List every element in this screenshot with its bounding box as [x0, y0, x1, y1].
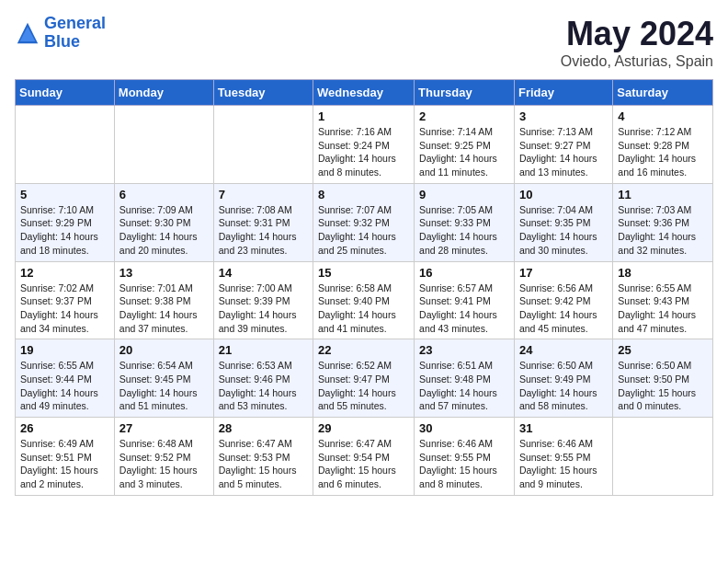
- day-info: Sunrise: 7:07 AM Sunset: 9:32 PM Dayligh…: [318, 203, 409, 258]
- day-info: Sunrise: 6:47 AM Sunset: 9:53 PM Dayligh…: [219, 437, 308, 491]
- calendar-cell: 11Sunrise: 7:03 AM Sunset: 9:36 PM Dayli…: [613, 183, 713, 261]
- day-info: Sunrise: 6:55 AM Sunset: 9:43 PM Dayligh…: [618, 282, 708, 336]
- day-info: Sunrise: 7:01 AM Sunset: 9:38 PM Dayligh…: [119, 282, 209, 336]
- calendar-cell: 1Sunrise: 7:16 AM Sunset: 9:24 PM Daylig…: [313, 106, 415, 184]
- calendar-table: Sunday Monday Tuesday Wednesday Thursday…: [15, 79, 713, 496]
- calendar-cell: 7Sunrise: 7:08 AM Sunset: 9:31 PM Daylig…: [213, 183, 313, 261]
- calendar-cell: 3Sunrise: 7:13 AM Sunset: 9:27 PM Daylig…: [514, 106, 612, 184]
- week-row-5: 26Sunrise: 6:49 AM Sunset: 9:51 PM Dayli…: [16, 418, 713, 496]
- day-info: Sunrise: 7:05 AM Sunset: 9:33 PM Dayligh…: [419, 203, 509, 258]
- calendar-cell: 30Sunrise: 6:46 AM Sunset: 9:55 PM Dayli…: [415, 418, 515, 496]
- day-info: Sunrise: 7:02 AM Sunset: 9:37 PM Dayligh…: [20, 282, 109, 336]
- month-title: May 2024: [561, 15, 713, 53]
- week-row-2: 5Sunrise: 7:10 AM Sunset: 9:29 PM Daylig…: [16, 183, 713, 261]
- day-number: 15: [318, 266, 409, 280]
- day-info: Sunrise: 6:56 AM Sunset: 9:42 PM Dayligh…: [519, 282, 608, 336]
- day-info: Sunrise: 7:16 AM Sunset: 9:24 PM Dayligh…: [318, 125, 409, 179]
- day-number: 9: [419, 188, 509, 201]
- header-tuesday: Tuesday: [213, 80, 313, 106]
- calendar-cell: 17Sunrise: 6:56 AM Sunset: 9:42 PM Dayli…: [514, 261, 612, 339]
- day-info: Sunrise: 6:47 AM Sunset: 9:54 PM Dayligh…: [318, 437, 409, 491]
- day-number: 11: [618, 188, 708, 201]
- calendar-cell: 12Sunrise: 7:02 AM Sunset: 9:37 PM Dayli…: [16, 261, 115, 339]
- page-header: GeneralBlue May 2024 Oviedo, Asturias, S…: [15, 15, 713, 70]
- day-number: 28: [219, 421, 308, 435]
- day-number: 3: [519, 109, 608, 123]
- day-info: Sunrise: 6:57 AM Sunset: 9:41 PM Dayligh…: [419, 282, 509, 336]
- day-info: Sunrise: 7:08 AM Sunset: 9:31 PM Dayligh…: [219, 203, 308, 258]
- title-block: May 2024 Oviedo, Asturias, Spain: [561, 15, 713, 70]
- calendar-cell: 13Sunrise: 7:01 AM Sunset: 9:38 PM Dayli…: [114, 261, 213, 339]
- week-row-4: 19Sunrise: 6:55 AM Sunset: 9:44 PM Dayli…: [16, 339, 713, 418]
- calendar-cell: 8Sunrise: 7:07 AM Sunset: 9:32 PM Daylig…: [313, 183, 415, 261]
- day-info: Sunrise: 7:04 AM Sunset: 9:35 PM Dayligh…: [519, 203, 608, 258]
- day-number: 27: [119, 421, 209, 435]
- calendar-cell: 29Sunrise: 6:47 AM Sunset: 9:54 PM Dayli…: [313, 418, 415, 496]
- day-info: Sunrise: 6:58 AM Sunset: 9:40 PM Dayligh…: [318, 282, 409, 336]
- day-number: 22: [318, 343, 409, 357]
- calendar-cell: 22Sunrise: 6:52 AM Sunset: 9:47 PM Dayli…: [313, 339, 415, 418]
- calendar-cell: [114, 106, 213, 184]
- day-number: 10: [519, 188, 608, 201]
- calendar-cell: 18Sunrise: 6:55 AM Sunset: 9:43 PM Dayli…: [613, 261, 713, 339]
- calendar-cell: [613, 418, 713, 496]
- day-info: Sunrise: 6:54 AM Sunset: 9:45 PM Dayligh…: [119, 359, 209, 413]
- logo-text: GeneralBlue: [44, 15, 106, 52]
- logo: GeneralBlue: [15, 15, 106, 52]
- calendar-cell: 21Sunrise: 6:53 AM Sunset: 9:46 PM Dayli…: [213, 339, 313, 418]
- day-info: Sunrise: 6:50 AM Sunset: 9:49 PM Dayligh…: [519, 359, 608, 413]
- day-number: 1: [318, 109, 409, 123]
- day-number: 30: [419, 421, 509, 435]
- day-info: Sunrise: 6:51 AM Sunset: 9:48 PM Dayligh…: [419, 359, 509, 413]
- header-monday: Monday: [114, 80, 213, 106]
- calendar-cell: [16, 106, 115, 184]
- calendar-cell: 25Sunrise: 6:50 AM Sunset: 9:50 PM Dayli…: [613, 339, 713, 418]
- week-row-3: 12Sunrise: 7:02 AM Sunset: 9:37 PM Dayli…: [16, 261, 713, 339]
- day-number: 7: [219, 188, 308, 201]
- day-info: Sunrise: 7:10 AM Sunset: 9:29 PM Dayligh…: [20, 203, 109, 258]
- day-number: 17: [519, 266, 608, 280]
- day-number: 26: [20, 421, 109, 435]
- location-title: Oviedo, Asturias, Spain: [561, 53, 713, 70]
- calendar-cell: 19Sunrise: 6:55 AM Sunset: 9:44 PM Dayli…: [16, 339, 115, 418]
- calendar-cell: 15Sunrise: 6:58 AM Sunset: 9:40 PM Dayli…: [313, 261, 415, 339]
- weekday-header-row: Sunday Monday Tuesday Wednesday Thursday…: [16, 80, 713, 106]
- day-info: Sunrise: 7:14 AM Sunset: 9:25 PM Dayligh…: [419, 125, 509, 179]
- header-friday: Friday: [514, 80, 612, 106]
- calendar-cell: 9Sunrise: 7:05 AM Sunset: 9:33 PM Daylig…: [415, 183, 515, 261]
- day-number: 8: [318, 188, 409, 201]
- header-wednesday: Wednesday: [313, 80, 415, 106]
- day-info: Sunrise: 7:09 AM Sunset: 9:30 PM Dayligh…: [119, 203, 209, 258]
- calendar-cell: 27Sunrise: 6:48 AM Sunset: 9:52 PM Dayli…: [114, 418, 213, 496]
- calendar-cell: 2Sunrise: 7:14 AM Sunset: 9:25 PM Daylig…: [415, 106, 515, 184]
- day-number: 19: [20, 343, 109, 357]
- calendar-cell: 31Sunrise: 6:46 AM Sunset: 9:55 PM Dayli…: [514, 418, 612, 496]
- logo-icon: [15, 20, 40, 46]
- calendar-cell: 26Sunrise: 6:49 AM Sunset: 9:51 PM Dayli…: [16, 418, 115, 496]
- day-info: Sunrise: 6:49 AM Sunset: 9:51 PM Dayligh…: [20, 437, 109, 491]
- day-number: 4: [618, 109, 708, 123]
- calendar-cell: [213, 106, 313, 184]
- day-number: 24: [519, 343, 608, 357]
- day-info: Sunrise: 6:46 AM Sunset: 9:55 PM Dayligh…: [419, 437, 509, 491]
- day-info: Sunrise: 7:13 AM Sunset: 9:27 PM Dayligh…: [519, 125, 608, 179]
- calendar-cell: 24Sunrise: 6:50 AM Sunset: 9:49 PM Dayli…: [514, 339, 612, 418]
- day-number: 12: [20, 266, 109, 280]
- day-number: 20: [119, 343, 209, 357]
- header-sunday: Sunday: [16, 80, 115, 106]
- week-row-1: 1Sunrise: 7:16 AM Sunset: 9:24 PM Daylig…: [16, 106, 713, 184]
- day-number: 23: [419, 343, 509, 357]
- day-number: 14: [219, 266, 308, 280]
- day-info: Sunrise: 6:52 AM Sunset: 9:47 PM Dayligh…: [318, 359, 409, 413]
- day-info: Sunrise: 7:00 AM Sunset: 9:39 PM Dayligh…: [219, 282, 308, 336]
- calendar-cell: 4Sunrise: 7:12 AM Sunset: 9:28 PM Daylig…: [613, 106, 713, 184]
- day-number: 5: [20, 188, 109, 201]
- day-info: Sunrise: 6:53 AM Sunset: 9:46 PM Dayligh…: [219, 359, 308, 413]
- calendar-cell: 23Sunrise: 6:51 AM Sunset: 9:48 PM Dayli…: [415, 339, 515, 418]
- day-number: 31: [519, 421, 608, 435]
- day-number: 29: [318, 421, 409, 435]
- day-info: Sunrise: 7:12 AM Sunset: 9:28 PM Dayligh…: [618, 125, 708, 179]
- calendar-cell: 20Sunrise: 6:54 AM Sunset: 9:45 PM Dayli…: [114, 339, 213, 418]
- header-thursday: Thursday: [415, 80, 515, 106]
- calendar-cell: 16Sunrise: 6:57 AM Sunset: 9:41 PM Dayli…: [415, 261, 515, 339]
